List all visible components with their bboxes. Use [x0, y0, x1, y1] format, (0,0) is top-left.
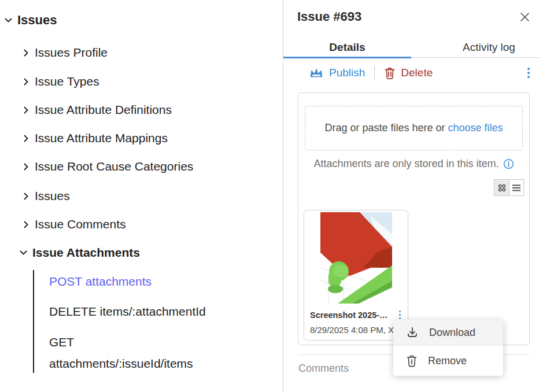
tree-item-issue-comments[interactable]: Issue Comments — [22, 217, 126, 231]
chevron-right-icon — [22, 49, 29, 57]
tree-item-label: Issue Attachments — [32, 246, 140, 260]
chevron-right-icon — [22, 163, 29, 171]
list-view-icon — [512, 184, 521, 192]
chevron-right-icon — [22, 193, 29, 200]
tree-item-label: Issue Attribute Definitions — [35, 103, 172, 117]
chevron-right-icon — [22, 78, 29, 86]
api-nav-tree: Issues Issues Profile Issue Types Issue … — [0, 0, 282, 392]
tree-item-label: Issue Attribute Mappings — [35, 131, 168, 145]
tree-item-issue-types[interactable]: Issue Types — [22, 75, 99, 88]
tree-item-label: Issues — [35, 189, 70, 203]
tab-bar: Details Activity log — [283, 37, 539, 58]
download-icon — [406, 326, 419, 339]
issue-panel: Issue #693 Details Activity log — [283, 0, 539, 392]
tree-item-issue-attribute-definitions[interactable]: Issue Attribute Definitions — [22, 103, 172, 117]
choose-files-link[interactable]: choose files — [448, 122, 503, 134]
close-button[interactable] — [518, 10, 531, 23]
tree-item-issues-profile[interactable]: Issues Profile — [22, 46, 108, 60]
tree-endpoint-get-attachments[interactable]: GET attachments/:issueId/items — [49, 331, 217, 374]
issue-toolbar: Publish Delete — [283, 60, 539, 86]
tree-item-issues[interactable]: Issues — [22, 189, 70, 203]
delete-button[interactable]: Delete — [384, 66, 433, 80]
tab-label: Details — [329, 41, 365, 54]
menu-item-remove[interactable]: Remove — [393, 346, 503, 376]
attachment-context-menu: Download Remove — [393, 320, 503, 376]
tree-endpoint-delete-attachment[interactable]: DELETE items/:attachmentId — [49, 305, 206, 319]
chevron-down-icon — [20, 250, 27, 255]
comments-label: Comments — [298, 363, 349, 375]
close-icon — [520, 12, 530, 22]
chevron-right-icon — [22, 106, 29, 114]
app-screen: Issues Issues Profile Issue Types Issue … — [0, 0, 539, 392]
tree-item-label: Issue Comments — [35, 217, 126, 231]
attachments-note: Attachments are only stored in this item… — [298, 158, 529, 170]
grid-view-button[interactable] — [494, 179, 509, 196]
menu-item-label: Download — [429, 327, 475, 339]
tab-label: Activity log — [435, 41, 515, 54]
menu-item-label: Remove — [428, 355, 467, 367]
delete-label: Delete — [401, 66, 433, 79]
dropzone-text: Drag or paste files here or — [324, 122, 445, 134]
tree-guide-line — [33, 270, 34, 373]
tree-item-label: Issue Types — [35, 75, 99, 88]
tree-item-label: Issues Profile — [35, 46, 108, 60]
menu-item-download[interactable]: Download — [393, 320, 503, 346]
trash-icon — [384, 66, 396, 80]
tree-item-label: Issue Root Cause Categories — [35, 160, 193, 173]
attachment-card[interactable]: Screenshot 2025-… 8/29/2025 4:08 PM, X — [304, 210, 408, 341]
publish-button[interactable]: Publish — [309, 66, 365, 79]
file-dropzone[interactable]: Drag or paste files here or choose files — [305, 106, 523, 150]
chevron-down-icon — [5, 18, 12, 23]
view-toggle — [494, 179, 524, 196]
tree-item-issue-attachments[interactable]: Issue Attachments — [20, 246, 140, 260]
trash-icon — [406, 354, 418, 367]
attachment-name: Screenshot 2025-… — [310, 310, 388, 320]
kebab-menu-button[interactable] — [525, 65, 532, 80]
tree-item-issue-root-cause-categories[interactable]: Issue Root Cause Categories — [22, 160, 193, 173]
info-icon[interactable] — [503, 158, 514, 169]
tab-details[interactable]: Details — [283, 37, 411, 57]
grid-view-icon — [497, 183, 507, 193]
chevron-right-icon — [22, 221, 29, 228]
tab-activity-log[interactable]: Activity log — [411, 37, 539, 57]
attachment-thumbnail — [320, 212, 392, 304]
list-view-button[interactable] — [509, 179, 524, 196]
tree-item-issues-root[interactable]: Issues — [5, 13, 57, 28]
panel-title: Issue #693 — [297, 9, 361, 24]
tree-item-label: Issues — [17, 13, 57, 28]
publish-label: Publish — [329, 66, 365, 79]
toolbar-divider — [374, 66, 375, 80]
chevron-right-icon — [22, 135, 29, 142]
tree-endpoint-post-attachments[interactable]: POST attachments — [49, 275, 152, 289]
tree-item-issue-attribute-mappings[interactable]: Issue Attribute Mappings — [22, 131, 168, 145]
attachment-meta: 8/29/2025 4:08 PM, X — [310, 325, 402, 335]
attachments-note-text: Attachments are only stored in this item… — [313, 158, 499, 170]
crown-icon — [309, 67, 324, 79]
attachments-section: Drag or paste files here or choose files… — [298, 93, 530, 345]
